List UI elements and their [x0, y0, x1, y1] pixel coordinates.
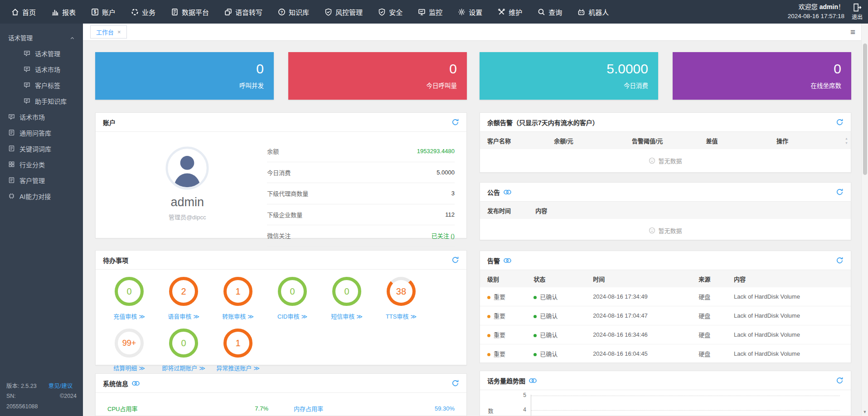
logout-door-icon — [852, 3, 862, 12]
alarm-table-body: 重要已确认2024-08-16 17:34:49硬盘Lack of HardDi… — [480, 287, 851, 363]
gridline — [531, 410, 840, 411]
feedback-link[interactable]: 意见/建议 — [48, 381, 73, 392]
todo-link-voice-audit[interactable]: 语音审核≫ — [168, 312, 199, 320]
nav-item-query[interactable]: 查询 — [530, 0, 570, 24]
refresh-icon[interactable] — [836, 188, 844, 196]
todo-panel: 待办事项 0充值审核≫2语音审核≫1转账审核≫0CID审核≫0短信审核≫38TT… — [95, 250, 467, 365]
logout-label: 退出 — [852, 13, 863, 20]
sidebar-item-industry-category[interactable]: 行业分类 — [0, 156, 83, 172]
nav-item-maintenance[interactable]: 维护 — [490, 0, 530, 24]
scrollbar-thumb[interactable] — [863, 44, 867, 175]
nav-item-label: 维护 — [509, 7, 522, 17]
todo-link-expiring-accounts[interactable]: 即将过期账户≫ — [162, 363, 205, 372]
traffic-trend-panel: 话务量趋势图 5 4 数 — [480, 371, 851, 416]
stat-card-label: 今日消费 — [480, 81, 648, 90]
account-stat-row: 下级企业数量112 — [267, 204, 455, 226]
nav-item-settings[interactable]: 设置 — [450, 0, 490, 24]
system-metric-value: 7.7% — [255, 405, 268, 412]
todo-link-label: CID审核 — [277, 313, 299, 320]
refresh-icon[interactable] — [451, 379, 459, 387]
todo-count-ring: 38 — [387, 277, 416, 306]
todo-item-cid-audit: 0CID审核≫ — [277, 277, 307, 320]
balance-alert-title: 余额告警（只显示7天内有流水的客户） — [487, 118, 599, 127]
refresh-icon[interactable] — [836, 118, 844, 126]
nav-item-account[interactable]: $账户 — [83, 0, 123, 24]
sidebar-item-customer-management[interactable]: 客户管理 — [0, 172, 83, 188]
todo-count-ring: 0 — [332, 277, 361, 306]
column-header: 客户名称 — [480, 136, 547, 145]
todo-link-label: 充值审核 — [113, 313, 137, 320]
refresh-icon[interactable] — [836, 377, 844, 384]
stat-card-today-calls: 0今日呼叫量 — [288, 52, 467, 100]
gear-icon — [458, 8, 466, 16]
copyright-text: ©2024 — [60, 391, 77, 411]
double-arrow-icon: ≫ — [301, 313, 307, 320]
todo-link-recharge-audit[interactable]: 充值审核≫ — [113, 312, 145, 320]
y-tick: 4 — [515, 406, 526, 413]
nav-item-reports[interactable]: 报表 — [44, 0, 83, 24]
todo-count-ring: 1 — [223, 329, 252, 358]
todo-link-settlement-detail[interactable]: 结算明细≫ — [113, 363, 145, 372]
nav-item-knowledge-base[interactable]: ?知识库 — [270, 0, 317, 24]
account-stat-label: 下级企业数量 — [267, 210, 302, 219]
nav-item-home[interactable]: 首页 — [4, 0, 44, 24]
link-icon[interactable] — [504, 189, 511, 195]
nav-item-monitoring[interactable]: 监控 — [410, 0, 450, 24]
sidebar-footer: 版本: 2.5.23 意见/建议 SN: 2055561088 ©2024 — [0, 381, 83, 412]
nav-item-security[interactable]: 安全 — [370, 0, 410, 24]
sidebar-item-ai-capability[interactable]: AI能力对接 — [0, 188, 83, 204]
sidebar-item-customer-tags[interactable]: 客户标签 — [0, 77, 83, 93]
refresh-icon[interactable] — [451, 118, 459, 126]
todo-link-tts-audit[interactable]: TTS审核≫ — [386, 312, 417, 320]
sidebar-item-assistant-knowledge[interactable]: 助手知识库 — [0, 93, 83, 109]
refresh-icon[interactable] — [836, 256, 844, 264]
stat-card-label: 呼叫并发 — [95, 81, 264, 90]
tab-workbench[interactable]: 工作台 × — [90, 25, 127, 39]
stat-card-today-consumption: 5.0000今日消费 — [480, 52, 658, 100]
nav-item-business[interactable]: 业务 — [123, 0, 163, 24]
todo-link-sms-audit[interactable]: 短信审核≫ — [331, 312, 363, 320]
sidebar-group-script-management[interactable]: 话术管理 — [0, 30, 83, 45]
refresh-icon[interactable] — [451, 256, 459, 264]
nav-item-risk-control[interactable]: 风控管理 — [317, 0, 370, 24]
todo-count: 1 — [235, 338, 240, 348]
account-stat-value: 1953293.4480 — [417, 148, 455, 155]
tab-list-menu-icon[interactable]: ≡ — [850, 28, 855, 36]
trend-chart: 5 4 数 — [480, 390, 851, 416]
double-arrow-icon: ≫ — [356, 313, 363, 320]
todo-link-transfer-audit[interactable]: 转账审核≫ — [222, 312, 254, 320]
account-stat-row: 今日消费5.0000 — [267, 162, 455, 184]
nav-item-label: 查询 — [548, 7, 562, 17]
tab-close-icon[interactable]: × — [117, 29, 121, 35]
system-metric-label: CPU占用率 — [107, 404, 137, 413]
logout-button[interactable]: 退出 — [852, 3, 863, 20]
grid-icon — [8, 161, 15, 168]
nav-item-transcription[interactable]: 语音转写 — [217, 0, 270, 24]
todo-link-abnormal-push-accounts[interactable]: 异常推送账户≫ — [216, 363, 260, 372]
sidebar-item-keyword-lexicon[interactable]: 关键词词库 — [0, 140, 83, 156]
todo-count: 0 — [181, 338, 186, 348]
nav-item-label: 账户 — [102, 7, 116, 17]
scroll-down-arrow-icon[interactable]: ▼ — [862, 410, 868, 414]
double-arrow-icon: ≫ — [139, 313, 145, 320]
nav-item-label: 安全 — [389, 7, 402, 17]
alarm-time: 2024-08-16 16:34:46 — [586, 331, 691, 338]
todo-link-label: 语音审核 — [168, 313, 191, 320]
nav-item-label: 首页 — [22, 7, 36, 17]
todo-link-cid-audit[interactable]: CID审核≫ — [277, 312, 307, 320]
todo-link-label: 转账审核 — [222, 313, 246, 320]
nav-item-data-platform[interactable]: 数据平台 — [163, 0, 217, 24]
link-icon[interactable] — [504, 258, 511, 263]
avatar — [165, 146, 209, 190]
sidebar-item-script-market[interactable]: 话术市场 — [0, 61, 83, 77]
sidebar-item-script-market[interactable]: 话术市场 — [0, 109, 83, 125]
link-icon[interactable] — [529, 378, 537, 383]
vertical-scrollbar[interactable]: ▼ — [861, 24, 868, 416]
nav-item-robot[interactable]: 机器人 — [570, 0, 616, 24]
link-icon[interactable] — [132, 381, 140, 386]
sidebar-item-script-management[interactable]: 话术管理 — [0, 45, 83, 61]
sidebar-item-general-qa[interactable]: 通用问答库 — [0, 125, 83, 140]
todo-item-recharge-audit: 0充值审核≫ — [113, 277, 145, 320]
table-scroll-arrows[interactable]: ▲▼ — [845, 132, 848, 149]
alarm-source: 硬盘 — [691, 292, 727, 301]
